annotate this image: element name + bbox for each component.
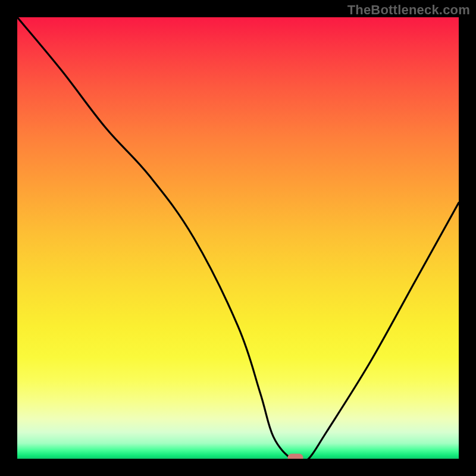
heat-gradient xyxy=(17,17,459,459)
plot-area xyxy=(17,17,459,459)
watermark-text: TheBottleneck.com xyxy=(347,2,470,18)
chart-frame: TheBottleneck.com xyxy=(0,0,476,476)
